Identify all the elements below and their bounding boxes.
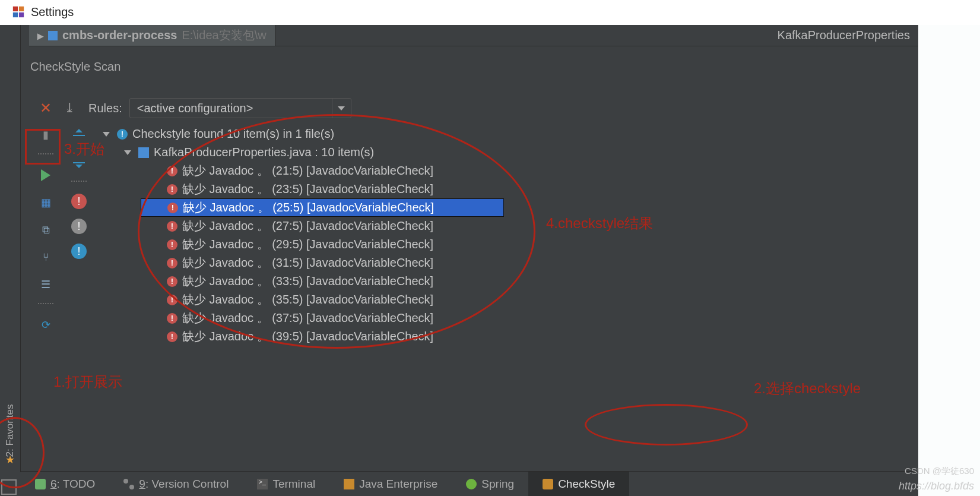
- tree-issue-row[interactable]: !缺少 Javadoc 。 (23:5) [JavadocVariableChe…: [98, 180, 918, 198]
- svg-rect-2: [13, 12, 18, 17]
- chevron-down-icon: [124, 150, 131, 155]
- spring-icon: [466, 479, 477, 489]
- terminal-icon: [257, 479, 268, 489]
- tree-issue-text: 缺少 Javadoc 。 (29:5) [JavadocVariableChec…: [182, 235, 433, 254]
- rules-selected: <active configuration>: [130, 102, 332, 115]
- error-icon: !: [167, 258, 177, 268]
- watermark-url: https://blog.bfds: [899, 480, 974, 492]
- error-icon: !: [167, 221, 177, 232]
- tree-issue-text: 缺少 Javadoc 。 (27:5) [JavadocVariableChec…: [182, 217, 433, 235]
- error-icon: !: [167, 166, 177, 176]
- expand-all-icon[interactable]: [70, 126, 88, 144]
- editor-tab-title: KafkaProducerProperties: [778, 29, 910, 42]
- rules-toolbar: ✕ ⤓ Rules: <active configuration>: [21, 95, 918, 121]
- tree-file-text: KafkaProducerProperties.java : 10 item(s…: [154, 143, 374, 162]
- module-icon[interactable]: ▦: [37, 194, 55, 211]
- window-title-bar: Settings: [0, 0, 980, 24]
- branch-icon[interactable]: ⑂: [37, 248, 55, 266]
- chevron-right-icon: ▸: [37, 29, 43, 43]
- status-bar: 6: TODO 9: Version Control Terminal Java…: [21, 471, 918, 496]
- rules-dropdown-button[interactable]: [332, 99, 351, 118]
- error-icon: !: [167, 184, 177, 195]
- status-vc-num: 9: [139, 478, 145, 490]
- tree-issue-text: 缺少 Javadoc 。 (39:5) [JavadocVariableChec…: [182, 327, 433, 346]
- right-gutter: [918, 25, 980, 496]
- tab-strip: ▸ cmbs-order-process E:\idea安装包\w KafkaP…: [29, 25, 918, 46]
- tree-issue-text: 缺少 Javadoc 。 (37:5) [JavadocVariableChec…: [182, 309, 433, 327]
- star-icon[interactable]: ★: [5, 453, 15, 466]
- tree-issue-row[interactable]: !缺少 Javadoc 。 (33:5) [JavadocVariableChe…: [98, 272, 918, 290]
- tree-issue-text: 缺少 Javadoc 。 (33:5) [JavadocVariableChec…: [182, 272, 433, 290]
- error-filter-icon[interactable]: !: [71, 194, 87, 209]
- status-todo[interactable]: 6: TODO: [21, 472, 109, 496]
- separator: [38, 303, 53, 307]
- copy-icon[interactable]: ⧉: [37, 221, 55, 239]
- chevron-down-icon: [338, 106, 345, 110]
- status-version-control[interactable]: 9: Version Control: [109, 472, 243, 496]
- checkstyle-panel-title: CheckStyle Scan: [30, 60, 120, 74]
- tree-file[interactable]: KafkaProducerProperties.java : 10 item(s…: [98, 143, 918, 162]
- favorites-label[interactable]: 2: Favorites: [4, 405, 16, 457]
- info-filter-icon[interactable]: !: [71, 244, 87, 259]
- svg-rect-0: [13, 7, 18, 11]
- ide-panel: ▸ cmbs-order-process E:\idea安装包\w KafkaP…: [0, 25, 918, 496]
- project-name: cmbs-order-process: [62, 29, 177, 42]
- project-tab[interactable]: ▸ cmbs-order-process E:\idea安装包\w: [29, 25, 275, 46]
- rules-label: Rules:: [88, 102, 122, 115]
- tree-issue-text: 缺少 Javadoc 。 (35:5) [JavadocVariableChec…: [182, 290, 433, 309]
- refresh-icon[interactable]: ⟳: [37, 316, 55, 334]
- project-icon: [48, 31, 58, 40]
- tree-issue-row[interactable]: !缺少 Javadoc 。 (21:5) [JavadocVariableChe…: [98, 162, 918, 180]
- rules-select[interactable]: <active configuration>: [129, 98, 351, 118]
- list-icon[interactable]: ☰: [37, 276, 55, 293]
- status-spring[interactable]: Spring: [452, 472, 528, 496]
- project-path: E:\idea安装包\w: [182, 27, 266, 43]
- status-todo-rest: : TODO: [57, 478, 96, 490]
- java-file-icon: [138, 147, 149, 158]
- download-icon[interactable]: ⤓: [61, 100, 78, 116]
- error-icon: !: [167, 239, 177, 250]
- warning-filter-icon[interactable]: !: [71, 219, 87, 234]
- status-todo-num: 6: [50, 478, 57, 490]
- tree-issue-row[interactable]: !缺少 Javadoc 。 (25:5) [JavadocVariableChe…: [141, 198, 504, 217]
- separator: [71, 181, 87, 184]
- tree-issue-text: 缺少 Javadoc 。 (23:5) [JavadocVariableChec…: [182, 180, 433, 198]
- watermark: CSDN @学徒630: [905, 466, 974, 477]
- svg-rect-1: [19, 7, 24, 11]
- filter-icon[interactable]: ▮: [37, 126, 55, 144]
- status-je-label: Java Enterprise: [359, 478, 437, 491]
- collapse-all-icon[interactable]: [70, 153, 88, 171]
- status-terminal[interactable]: Terminal: [243, 472, 329, 496]
- tree-issue-row[interactable]: !缺少 Javadoc 。 (39:5) [JavadocVariableChe…: [98, 327, 918, 346]
- tree-issue-row[interactable]: !缺少 Javadoc 。 (35:5) [JavadocVariableChe…: [98, 290, 918, 309]
- checkstyle-panel-header: CheckStyle Scan: [21, 55, 918, 78]
- error-icon: !: [167, 276, 177, 287]
- tree-issue-row[interactable]: !缺少 Javadoc 。 (31:5) [JavadocVariableChe…: [98, 254, 918, 272]
- error-icon: !: [167, 331, 177, 342]
- svg-rect-3: [19, 12, 24, 17]
- todo-icon: [35, 479, 46, 489]
- tree-root[interactable]: ! Checkstyle found 10 item(s) in 1 file(…: [98, 125, 918, 143]
- close-icon[interactable]: ✕: [37, 100, 54, 116]
- tree-issue-text: 缺少 Javadoc 。 (31:5) [JavadocVariableChec…: [182, 254, 433, 272]
- tree-issue-row[interactable]: !缺少 Javadoc 。 (37:5) [JavadocVariableChe…: [98, 309, 918, 327]
- error-icon: !: [167, 203, 178, 213]
- editor-tab[interactable]: KafkaProducerProperties: [769, 25, 918, 46]
- toolwindow-toggle-icon[interactable]: [1, 479, 17, 495]
- status-spring-label: Spring: [481, 478, 514, 491]
- left-gutter: 2: Favorites ★: [0, 25, 21, 472]
- info-icon: !: [117, 129, 128, 140]
- status-checkstyle-label: CheckStyle: [558, 478, 615, 491]
- play-icon: [41, 169, 50, 181]
- tree-issue-row[interactable]: !缺少 Javadoc 。 (29:5) [JavadocVariableChe…: [98, 235, 918, 254]
- tree-root-text: Checkstyle found 10 item(s) in 1 file(s): [132, 125, 334, 143]
- tree-issue-row[interactable]: !缺少 Javadoc 。 (27:5) [JavadocVariableChe…: [98, 217, 918, 235]
- status-checkstyle[interactable]: CheckStyle: [528, 472, 629, 496]
- status-vc-rest: : Version Control: [145, 478, 229, 490]
- window-title: Settings: [31, 5, 74, 19]
- app-icon: [12, 5, 25, 18]
- tool-column-left: ▮ ▦ ⧉ ⑂ ☰ ⟳: [33, 126, 58, 334]
- run-check-button[interactable]: [37, 166, 55, 184]
- results-tree: ! Checkstyle found 10 item(s) in 1 file(…: [98, 125, 918, 448]
- status-java-enterprise[interactable]: Java Enterprise: [329, 472, 452, 496]
